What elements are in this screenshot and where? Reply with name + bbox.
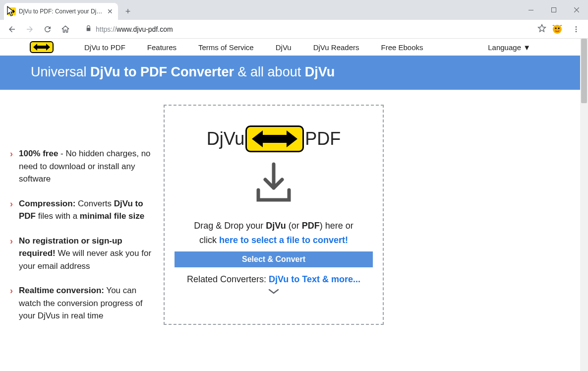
nav-link-terms[interactable]: Terms of Service (187, 43, 265, 52)
browser-tab-strip: DjVu to PDF: Convert your DjVus ✕ + (0, 0, 588, 20)
brand-right: PDF (305, 128, 341, 149)
window-close-button[interactable] (565, 2, 588, 18)
list-item: No registration or sign-up required! We … (10, 235, 154, 273)
window-maximize-button[interactable] (542, 2, 565, 18)
mouse-cursor-icon (7, 6, 16, 19)
window-controls (520, 0, 588, 20)
browser-toolbar: https://www.djvu-pdf.com (0, 20, 588, 39)
drop-instructions: Drag & Drop your DjVu (or PDF) here or c… (175, 219, 373, 247)
chevron-down-icon[interactable] (175, 288, 373, 297)
related-link[interactable]: DjVu to Text & more... (269, 274, 360, 284)
language-dropdown[interactable]: Language ▼ (488, 43, 550, 52)
list-item: 100% free - No hidden charges, no need t… (10, 147, 154, 186)
site-logo-icon[interactable] (30, 41, 54, 53)
address-bar[interactable]: https://www.djvu-pdf.com (79, 22, 531, 36)
nav-link-features[interactable]: Features (136, 43, 187, 52)
svg-rect-0 (529, 10, 533, 10)
svg-point-3 (555, 27, 556, 29)
lock-icon (85, 25, 92, 34)
back-button[interactable] (4, 21, 20, 37)
convert-arrow-icon (245, 125, 304, 152)
brand-left: DjVu (207, 128, 245, 149)
browser-tab[interactable]: DjVu to PDF: Convert your DjVus ✕ (4, 3, 118, 20)
new-tab-button[interactable]: + (121, 4, 135, 18)
brand-row: DjVu PDF (175, 125, 373, 152)
svg-point-4 (558, 27, 559, 29)
reload-button[interactable] (40, 21, 56, 37)
hero-banner: Universal DjVu to PDF Converter & all ab… (0, 56, 580, 90)
svg-point-7 (576, 31, 577, 32)
features-list: 100% free - No hidden charges, no need t… (10, 105, 154, 334)
page-viewport: DjVu to PDF Features Terms of Service Dj… (0, 39, 588, 371)
tab-title: DjVu to PDF: Convert your DjVus (19, 8, 104, 15)
main-area: 100% free - No hidden charges, no need t… (0, 90, 580, 334)
forward-button[interactable] (22, 21, 38, 37)
svg-rect-1 (552, 8, 556, 12)
extension-icon[interactable] (551, 23, 563, 35)
list-item: Realtime conversion: You can watch the c… (10, 284, 154, 322)
browser-menu-button[interactable] (568, 21, 584, 37)
download-icon (175, 161, 373, 206)
url-text: https://www.djvu-pdf.com (96, 25, 173, 33)
nav-link-ebooks[interactable]: Free Ebooks (370, 43, 434, 52)
nav-link-readers[interactable]: DjVu Readers (302, 43, 370, 52)
bookmark-star-icon[interactable] (537, 24, 546, 35)
svg-point-5 (576, 26, 577, 28)
site-nav: DjVu to PDF Features Terms of Service Dj… (0, 39, 580, 56)
vertical-scrollbar[interactable] (580, 39, 588, 371)
nav-link-djvu-to-pdf[interactable]: DjVu to PDF (73, 43, 136, 52)
list-item: Compression: Converts DjVu to PDF files … (10, 197, 154, 223)
svg-point-2 (553, 25, 562, 34)
select-convert-button[interactable]: Select & Convert (175, 251, 373, 267)
drop-zone[interactable]: DjVu PDF Drag & Drop your DjVu (or PDF) … (164, 105, 384, 325)
tab-close-icon[interactable]: ✕ (107, 7, 113, 15)
window-minimize-button[interactable] (520, 2, 542, 18)
home-button[interactable] (58, 21, 73, 37)
svg-point-6 (576, 28, 577, 30)
related-converters: Related Converters: DjVu to Text & more.… (175, 274, 373, 285)
select-file-link[interactable]: here to select a file to convert! (219, 235, 348, 245)
scrollbar-thumb[interactable] (581, 39, 587, 103)
nav-link-djvu[interactable]: DjVu (265, 43, 302, 52)
